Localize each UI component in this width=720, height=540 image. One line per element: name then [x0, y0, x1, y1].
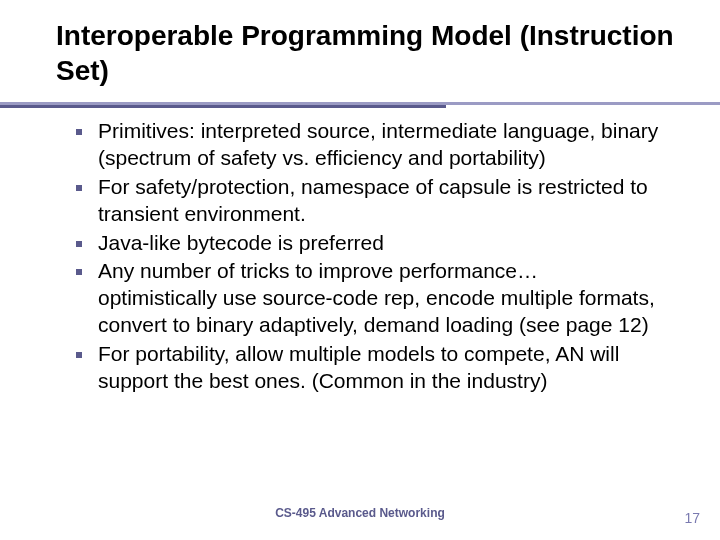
page-number: 17 — [684, 510, 700, 526]
slide: Interoperable Programming Model (Instruc… — [0, 0, 720, 540]
bullet-item: Any number of tricks to improve performa… — [72, 258, 660, 339]
title-rule — [0, 102, 720, 108]
slide-title: Interoperable Programming Model (Instruc… — [56, 18, 680, 88]
bullet-list: Primitives: interpreted source, intermed… — [72, 118, 660, 395]
slide-content: Primitives: interpreted source, intermed… — [72, 118, 660, 397]
footer-text: CS-495 Advanced Networking — [0, 506, 720, 520]
bullet-item: Java-like bytecode is preferred — [72, 230, 660, 257]
bullet-item: For safety/protection, namespace of caps… — [72, 174, 660, 228]
rule-dark — [0, 105, 446, 108]
bullet-item: For portability, allow multiple models t… — [72, 341, 660, 395]
bullet-item: Primitives: interpreted source, intermed… — [72, 118, 660, 172]
